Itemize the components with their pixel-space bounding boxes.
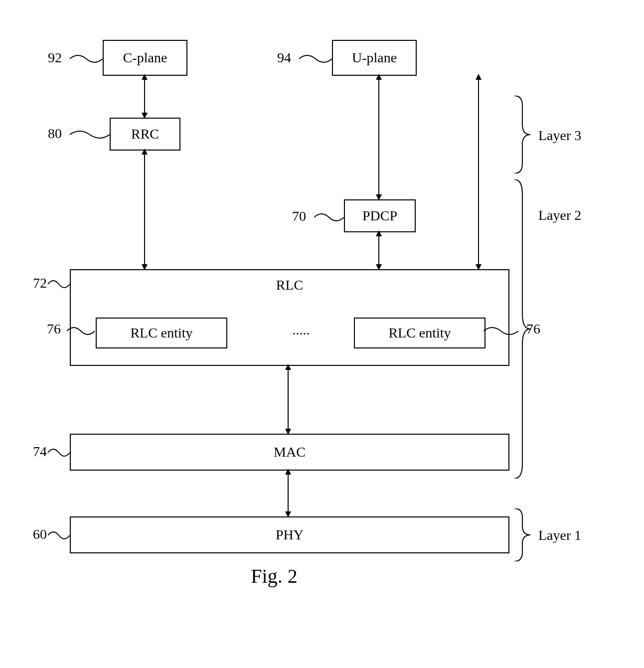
pdcp-text: PDCP <box>362 208 397 224</box>
rlc-text: RLC <box>276 277 303 293</box>
tilde-cplane <box>70 54 103 64</box>
tilde-phy <box>48 530 70 540</box>
svg-marker-14 <box>476 264 482 270</box>
brace-layer2 <box>514 179 534 479</box>
rlc-entity-box-left: RLC entity <box>96 318 227 348</box>
arrow-cplane-rrc <box>140 74 150 119</box>
rlc-entity-text-right: RLC entity <box>388 325 451 341</box>
layer2-label: Layer 2 <box>538 205 608 225</box>
brace-layer3 <box>514 96 534 173</box>
cplane-box: C-plane <box>103 40 187 76</box>
ref-rlc-entity-left: 76 <box>39 319 69 339</box>
ref-uplane: 94 <box>269 48 299 68</box>
svg-marker-20 <box>285 511 291 517</box>
uplane-text: U-plane <box>352 50 397 66</box>
figure-caption: Fig. 2 <box>0 563 548 588</box>
svg-marker-10 <box>376 230 382 236</box>
tilde-rlc-entity-right <box>483 326 518 336</box>
ref-rlc-entity-left-text: 76 <box>47 321 61 337</box>
phy-box: PHY <box>70 516 509 553</box>
svg-marker-5 <box>142 264 148 270</box>
arrow-uplane-pdcp <box>374 74 384 200</box>
tilde-rrc <box>70 130 110 140</box>
rlc-box: RLC RLC entity ..... RLC entity <box>70 269 509 366</box>
svg-marker-7 <box>376 74 382 80</box>
pdcp-box: PDCP <box>344 199 416 232</box>
rlc-ellipsis: ..... <box>286 320 316 340</box>
ref-uplane-text: 94 <box>277 50 291 66</box>
layer1-label: Layer 1 <box>538 525 608 545</box>
ref-cplane-text: 92 <box>48 50 62 66</box>
svg-marker-8 <box>376 194 382 200</box>
rrc-box: RRC <box>110 118 180 151</box>
svg-marker-19 <box>285 469 291 475</box>
tilde-mac <box>48 448 70 458</box>
ref-rrc: 80 <box>40 124 70 144</box>
arrow-uplane-rlc <box>474 74 483 270</box>
ref-rrc-text: 80 <box>48 126 62 142</box>
cplane-text: C-plane <box>123 50 167 66</box>
diagram-canvas: C-plane U-plane RRC PDCP RLC RLC entity … <box>0 0 644 668</box>
mac-text: MAC <box>274 444 306 460</box>
arrow-mac-phy <box>283 469 293 517</box>
rlc-ellipsis-text: ..... <box>293 322 310 338</box>
svg-marker-16 <box>285 364 291 370</box>
rlc-title: RLC <box>71 275 508 295</box>
mac-box: MAC <box>70 434 509 471</box>
arrow-rlc-mac <box>283 364 293 435</box>
tilde-rlc <box>48 279 70 289</box>
arrow-pdcp-rlc <box>374 230 384 270</box>
tilde-rlc-entity-left <box>67 326 95 336</box>
rlc-entity-text-left: RLC entity <box>130 325 192 341</box>
ref-pdcp-text: 70 <box>292 208 306 224</box>
layer1-text: Layer 1 <box>538 527 581 543</box>
layer3-text: Layer 3 <box>538 128 581 144</box>
uplane-box: U-plane <box>332 40 417 76</box>
tilde-pdcp <box>314 212 344 222</box>
svg-marker-2 <box>142 113 148 119</box>
svg-marker-1 <box>142 74 148 80</box>
figure-caption-text: Fig. 2 <box>251 564 297 588</box>
tilde-uplane <box>299 54 332 64</box>
brace-layer1 <box>514 508 534 561</box>
arrow-rrc-rlc <box>140 149 150 270</box>
svg-marker-4 <box>142 149 148 155</box>
rlc-entity-box-right: RLC entity <box>354 318 485 348</box>
svg-marker-13 <box>476 74 482 80</box>
rrc-text: RRC <box>131 126 159 142</box>
layer2-text: Layer 2 <box>538 207 581 223</box>
ref-phy-text: 60 <box>33 526 47 542</box>
phy-text: PHY <box>276 527 304 543</box>
layer3-label: Layer 3 <box>538 126 608 146</box>
ref-mac-text: 74 <box>33 444 47 460</box>
svg-marker-11 <box>376 264 382 270</box>
ref-pdcp: 70 <box>284 206 314 226</box>
ref-cplane: 92 <box>40 48 70 68</box>
ref-rlc-text: 72 <box>33 275 47 291</box>
svg-marker-17 <box>285 429 291 435</box>
